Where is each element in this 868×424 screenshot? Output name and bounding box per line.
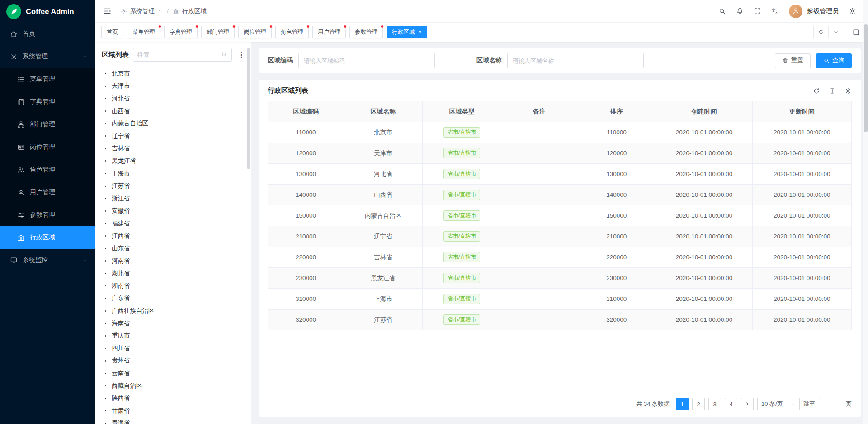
tree-item[interactable]: 西藏自治区 <box>95 380 251 392</box>
tree-item[interactable]: 山西省 <box>95 105 251 118</box>
tree-search-input[interactable] <box>137 52 219 58</box>
tree-item[interactable]: 浙江省 <box>95 192 251 205</box>
tree-item[interactable]: 天津市 <box>95 80 251 93</box>
close-icon[interactable]: × <box>418 29 422 36</box>
caret-right-icon[interactable] <box>104 196 108 200</box>
tree-item[interactable]: 云南省 <box>95 367 251 380</box>
tab[interactable]: 岗位管理 × <box>238 26 272 38</box>
caret-right-icon[interactable] <box>104 409 108 413</box>
tab[interactable]: 菜单管理 × <box>127 26 160 38</box>
page-button[interactable]: 3 <box>708 398 721 410</box>
caret-right-icon[interactable] <box>104 384 108 388</box>
scrollbar-thumb[interactable] <box>864 24 868 132</box>
tab[interactable]: 首页 × <box>101 26 123 38</box>
table-row[interactable]: 210000 辽宁省 省市/直辖市 210000 2020-10-01 00:0… <box>268 226 852 247</box>
tab[interactable]: 参数管理 × <box>349 26 383 38</box>
tree-item[interactable]: 湖北省 <box>95 267 251 280</box>
gear-icon[interactable] <box>849 7 856 15</box>
search-icon[interactable] <box>221 52 227 58</box>
bell-icon[interactable] <box>736 7 744 15</box>
caret-right-icon[interactable] <box>104 346 108 350</box>
caret-right-icon[interactable] <box>104 209 108 213</box>
tree-item[interactable]: 贵州省 <box>95 355 251 367</box>
fullscreen-icon[interactable] <box>754 7 761 15</box>
user-name[interactable]: 超级管理员 <box>807 7 839 15</box>
tab[interactable]: 字典管理 × <box>164 26 198 38</box>
next-page-button[interactable]: › <box>741 398 754 410</box>
tree-item[interactable]: 山东省 <box>95 242 251 255</box>
tree-item[interactable]: 内蒙古自治区 <box>95 117 251 130</box>
sidebar-subitem[interactable]: 参数管理 <box>0 204 95 226</box>
caret-right-icon[interactable] <box>104 372 108 376</box>
breadcrumb-level1[interactable]: 系统管理 <box>130 7 155 15</box>
page-button[interactable]: 4 <box>725 398 737 410</box>
sidebar-subitem[interactable]: 部门管理 <box>0 113 95 136</box>
caret-right-icon[interactable] <box>104 221 108 225</box>
tree-item[interactable]: 广西壮族自治区 <box>95 305 251 317</box>
sidebar-subitem[interactable]: 行政区域 <box>0 226 95 249</box>
window-scrollbar[interactable] <box>863 0 868 424</box>
page-button[interactable]: 1 <box>676 398 689 410</box>
caret-right-icon[interactable] <box>104 122 108 126</box>
tree-scrollbar[interactable] <box>247 48 250 169</box>
caret-right-icon[interactable] <box>104 96 108 100</box>
tree-item[interactable]: 福建省 <box>95 217 251 230</box>
tree-item[interactable]: 安徽省 <box>95 205 251 218</box>
tree-item[interactable]: 湖南省 <box>95 280 251 292</box>
caret-right-icon[interactable] <box>104 259 108 263</box>
table-row[interactable]: 230000 黑龙江省 省市/直辖市 230000 2020-10-01 00:… <box>268 268 852 289</box>
caret-right-icon[interactable] <box>104 359 108 363</box>
caret-right-icon[interactable] <box>104 109 108 113</box>
gear-icon[interactable] <box>844 87 852 95</box>
caret-right-icon[interactable] <box>104 321 108 325</box>
caret-right-icon[interactable] <box>104 84 108 88</box>
sidebar-group-system[interactable]: 系统管理 <box>0 45 95 68</box>
table-row[interactable]: 130000 河北省 省市/直辖市 130000 2020-10-01 00:0… <box>268 164 852 185</box>
avatar[interactable] <box>789 5 802 18</box>
refresh-icon[interactable] <box>813 87 820 95</box>
caret-right-icon[interactable] <box>104 247 108 251</box>
tree-item[interactable]: 辽宁省 <box>95 130 251 143</box>
sidebar-subitem[interactable]: 角色管理 <box>0 158 95 181</box>
dots-vertical-icon[interactable]: ⋮ <box>236 50 246 60</box>
tree-item[interactable]: 河北省 <box>95 92 251 105</box>
app-logo[interactable]: Coffee Admin <box>0 0 95 23</box>
caret-right-icon[interactable] <box>104 71 108 76</box>
tab[interactable]: 用户管理 × <box>312 26 346 38</box>
caret-right-icon[interactable] <box>104 421 108 424</box>
tree-item[interactable]: 陕西省 <box>95 392 251 405</box>
caret-right-icon[interactable] <box>104 309 108 313</box>
sidebar-group-monitor[interactable]: 系统监控 <box>0 249 95 272</box>
sidebar-subitem[interactable]: 字典管理 <box>0 91 95 113</box>
table-row[interactable]: 140000 山西省 省市/直辖市 140000 2020-10-01 00:0… <box>268 185 852 205</box>
tree-item[interactable]: 江西省 <box>95 230 251 243</box>
sidebar-subitem[interactable]: 岗位管理 <box>0 136 95 158</box>
screen-icon[interactable] <box>852 29 860 36</box>
table-row[interactable]: 150000 内蒙古自治区 省市/直辖市 150000 2020-10-01 0… <box>268 205 852 226</box>
tree-item[interactable]: 重庆市 <box>95 329 251 342</box>
page-button[interactable]: 2 <box>692 398 705 410</box>
tabs-menu-button[interactable] <box>828 26 843 38</box>
tab[interactable]: 行政区域 × <box>387 26 427 38</box>
caret-right-icon[interactable] <box>104 272 108 276</box>
name-input[interactable] <box>507 53 644 68</box>
code-input[interactable] <box>298 53 435 68</box>
caret-right-icon[interactable] <box>104 147 108 151</box>
caret-right-icon[interactable] <box>104 184 108 188</box>
caret-right-icon[interactable] <box>104 134 108 138</box>
caret-right-icon[interactable] <box>104 159 108 163</box>
search-button[interactable]: 查询 <box>816 53 852 68</box>
caret-right-icon[interactable] <box>104 284 108 288</box>
tree-item[interactable]: 甘肃省 <box>95 405 251 417</box>
tab[interactable]: 角色管理 × <box>275 26 309 38</box>
refresh-tabs-button[interactable] <box>814 26 828 38</box>
search-icon[interactable] <box>718 7 726 15</box>
page-size-select[interactable]: 10 条/页 <box>757 398 800 410</box>
table-row[interactable]: 110000 北京市 省市/直辖市 110000 2020-10-01 00:0… <box>268 122 852 143</box>
sidebar-subitem[interactable]: 用户管理 <box>0 181 95 204</box>
table-row[interactable]: 320000 江苏省 省市/直辖市 320000 2020-10-01 00:0… <box>268 310 852 330</box>
tree-item[interactable]: 北京市 <box>95 67 251 80</box>
sidebar-item-home[interactable]: 首页 <box>0 23 95 45</box>
caret-right-icon[interactable] <box>104 334 108 338</box>
tree-item[interactable]: 海南省 <box>95 317 251 330</box>
